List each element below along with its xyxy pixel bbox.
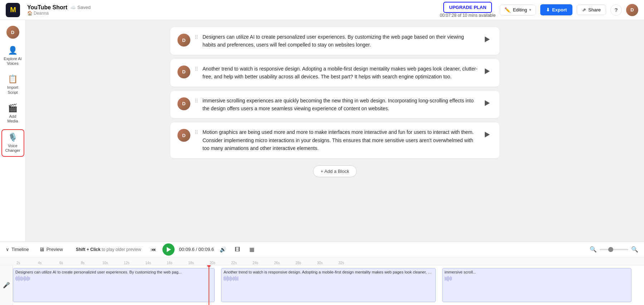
playhead[interactable]: [209, 265, 209, 305]
zoom-in-button[interactable]: 🔍: [631, 246, 638, 253]
ruler-tick: 10s: [102, 261, 123, 265]
export-button[interactable]: ⬇ Export: [540, 4, 572, 15]
ruler-tick: 26s: [273, 261, 295, 265]
breadcrumb: 🏠 Deanna: [27, 11, 91, 16]
nav-title-group: YouTube Short ☁️ Saved 🏠 Deanna: [27, 4, 91, 16]
zoom-slider[interactable]: [600, 249, 628, 250]
play-button-4[interactable]: [482, 130, 492, 140]
play-button-2[interactable]: [482, 66, 492, 76]
ruler-tick: 14s: [145, 261, 166, 265]
drag-handle-1[interactable]: ⠿: [195, 34, 198, 40]
ruler-tick: 2s: [16, 261, 37, 265]
explore-ai-voices-icon: 👤: [8, 46, 18, 55]
ruler-tick: 4s: [37, 261, 59, 265]
ruler-tick: 30s: [316, 261, 338, 265]
caption-button[interactable]: ▦: [247, 245, 257, 255]
timeline-tracks: 🎤 Designers can utilize AI to create per…: [0, 265, 644, 305]
timeline-header: ∨ Timeline 🖥 Preview Shift + Click to pl…: [0, 242, 644, 257]
upgrade-button[interactable]: UPGRADE PLAN: [443, 2, 492, 13]
editing-button[interactable]: ✏️ Editing ▾: [500, 5, 536, 15]
sidebar-item-label: Add Media: [4, 114, 22, 124]
sidebar-item-label: Explore AI Voices: [4, 57, 22, 66]
main-layout: D 👤 Explore AI Voices 📋 Import Script 🎬 …: [0, 20, 644, 241]
waveform-2: [224, 275, 433, 282]
time-info: 00:07:28 of 10 mins available: [440, 13, 496, 18]
playback-controls: ⏮ 00:09.6 / 00:09.6 🔊 🎞 ▦: [148, 243, 257, 256]
volume-button[interactable]: 🔊: [218, 245, 228, 255]
drag-handle-2[interactable]: ⠿: [195, 66, 198, 72]
timeline-segment-1[interactable]: Designers can utilize AI to create perso…: [13, 268, 215, 302]
chevron-down-icon: ▾: [529, 8, 531, 12]
drag-handle-3[interactable]: ⠿: [195, 98, 198, 104]
sidebar-avatar: D: [6, 26, 19, 39]
help-button[interactable]: ?: [610, 4, 622, 16]
block-avatar-3: D: [177, 97, 190, 110]
timeline-toggle[interactable]: ∨ Timeline: [6, 247, 29, 252]
play-triangle-icon: [485, 100, 490, 106]
timeline-segment-3[interactable]: immersive scroll...: [442, 268, 631, 302]
share-icon: ⇗: [582, 7, 586, 13]
ruler-tick: 28s: [295, 261, 316, 265]
app-logo: M: [6, 3, 20, 17]
playhead-handle: [207, 265, 211, 267]
ruler-tick: 32s: [338, 261, 359, 265]
home-icon: 🏠: [27, 11, 33, 16]
waveform-1: [15, 275, 212, 282]
pencil-icon: ✏️: [504, 7, 511, 13]
play-button-1[interactable]: [482, 34, 492, 44]
ruler-tick: 16s: [166, 261, 187, 265]
timeline-left-gutter: 🎤: [0, 265, 13, 305]
sidebar: D 👤 Explore AI Voices 📋 Import Script 🎬 …: [0, 20, 26, 241]
ruler-tick: 6s: [59, 261, 80, 265]
timeline-segment-2[interactable]: Another trend to watch is responsive des…: [221, 268, 436, 302]
drag-handle-4[interactable]: ⠿: [195, 130, 198, 135]
shift-hint: Shift + Click to play older preview: [76, 247, 141, 252]
skip-back-button[interactable]: ⏮: [148, 245, 158, 255]
play-triangle-icon: [485, 68, 490, 74]
waveform-3: [445, 275, 629, 282]
ruler-tick: 18s: [187, 261, 209, 265]
block-text-1[interactable]: Designers can utilize AI to create perso…: [203, 33, 478, 49]
ruler-tick: 12s: [123, 261, 145, 265]
project-title: YouTube Short: [27, 4, 67, 11]
sidebar-item-explore-ai-voices[interactable]: 👤 Explore AI Voices: [1, 43, 24, 69]
play-button-3[interactable]: [482, 98, 492, 108]
time-display: 00:09.6 / 00:09.6: [179, 247, 214, 252]
script-block-3: D ⠿ immersive scrolling experiences are …: [170, 91, 499, 118]
block-text-3[interactable]: immersive scrolling experiences are quic…: [203, 97, 478, 113]
timeline-track-area[interactable]: Designers can utilize AI to create perso…: [13, 265, 644, 305]
script-block-4: D ⠿ Motion graphics are being used more …: [170, 122, 499, 158]
play-triangle-icon: [485, 37, 490, 42]
timeline-ruler: 2s 4s 6s 8s 10s 12s 14s 16s 18s 20s 22s …: [0, 257, 644, 265]
monitor-icon: 🖥: [39, 246, 44, 252]
download-icon: ⬇: [546, 7, 550, 13]
sidebar-item-label: Import Script: [4, 85, 22, 95]
top-nav: M YouTube Short ☁️ Saved 🏠 Deanna UPGRAD…: [0, 0, 644, 20]
zoom-thumb: [608, 247, 613, 252]
zoom-out-button[interactable]: 🔍: [590, 246, 597, 253]
ruler-tick: 22s: [230, 261, 252, 265]
ruler-tick: 8s: [80, 261, 102, 265]
preview-button[interactable]: 🖥 Preview: [36, 245, 66, 254]
block-avatar-1: D: [177, 34, 190, 47]
chevron-icon: ∨: [6, 247, 9, 252]
add-block-button[interactable]: + Add a Block: [313, 165, 357, 177]
share-button[interactable]: ⇗ Share: [577, 5, 606, 15]
voice-changer-icon: 🎙️: [8, 133, 18, 142]
import-script-icon: 📋: [8, 74, 18, 84]
block-text-2[interactable]: Another trend to watch is responsive des…: [203, 65, 478, 81]
sidebar-item-voice-changer[interactable]: 🎙️ Voice Changer: [1, 129, 24, 156]
ruler-tick: 20s: [209, 261, 230, 265]
scene-button[interactable]: 🎞: [233, 245, 243, 255]
block-text-4[interactable]: Motion graphics are being used more and …: [203, 128, 478, 152]
play-pause-button[interactable]: [162, 243, 175, 256]
ruler-tick: 24s: [252, 261, 273, 265]
add-media-icon: 🎬: [8, 103, 18, 113]
sidebar-item-add-media[interactable]: 🎬 Add Media: [1, 101, 24, 126]
sidebar-item-import-script[interactable]: 📋 Import Script: [1, 72, 24, 97]
avatar[interactable]: D: [626, 4, 638, 16]
block-avatar-2: D: [177, 66, 190, 78]
content-area: D ⠿ Designers can utilize AI to create p…: [26, 20, 644, 241]
script-block-2: D ⠿ Another trend to watch is responsive…: [170, 59, 499, 87]
block-avatar-4: D: [177, 129, 190, 142]
